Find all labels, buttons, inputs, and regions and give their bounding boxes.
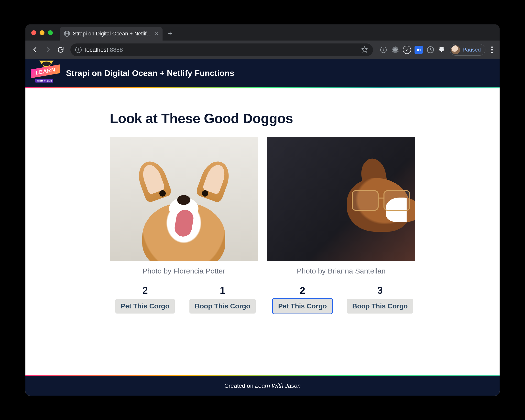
main-heading: Look at These Good Doggos [110, 110, 415, 126]
boop-button[interactable]: Boop This Corgo [189, 299, 256, 314]
card-actions: 2 Pet This Corgo 1 Boop This Corgo [110, 285, 258, 314]
tab-strip: Strapi on Digital Ocean + Netlif… × + [25, 24, 500, 41]
footer-link[interactable]: Learn With Jason [255, 382, 301, 389]
pet-button[interactable]: Pet This Corgo [115, 299, 175, 314]
globe-icon [64, 31, 70, 37]
main-content: Look at These Good Doggos Photo by Flore… [25, 88, 500, 375]
address-bar[interactable]: i localhost:8888 [70, 43, 373, 56]
bookmark-icon[interactable] [361, 46, 368, 54]
window-controls [31, 30, 53, 35]
reload-button[interactable] [55, 44, 66, 55]
doggo-card: Photo by Florencia Potter 2 Pet This Cor… [110, 137, 258, 314]
pet-count: 2 [300, 285, 305, 296]
card-grid: Photo by Florencia Potter 2 Pet This Cor… [110, 137, 415, 314]
close-tab-icon[interactable]: × [155, 30, 158, 37]
photo-credit: Photo by Brianna Santellan [267, 267, 415, 275]
boop-button[interactable]: Boop This Corgo [347, 299, 413, 314]
card-actions: 2 Pet This Corgo 3 Boop This Corgo [267, 285, 415, 314]
site-footer: Created on Learn With Jason [25, 375, 500, 396]
footer-prefix: Created on [224, 382, 255, 389]
photo-credit: Photo by Florencia Potter [110, 267, 258, 275]
extensions-icon[interactable] [438, 46, 446, 54]
doggo-photo [267, 137, 415, 261]
boop-action: 3 Boop This Corgo [345, 285, 415, 314]
info-ext-icon[interactable]: i [379, 46, 388, 54]
url-host: localhost [85, 46, 108, 53]
page: LEARN WITH JASON Strapi on Digital Ocean… [25, 59, 500, 396]
extension-icons: i ✓ Paused [379, 44, 495, 56]
boop-action: 1 Boop This Corgo [187, 285, 258, 314]
browser-toolbar: i localhost:8888 i ✓ [25, 41, 500, 59]
logo-subtext: WITH JASON [35, 79, 53, 83]
video-ext-icon[interactable] [415, 46, 423, 54]
browser-tab[interactable]: Strapi on Digital Ocean + Netlif… × [60, 27, 163, 41]
close-window-icon[interactable] [31, 30, 36, 35]
boop-count: 3 [377, 285, 383, 296]
logo-text: LEARN [36, 66, 55, 76]
forward-button[interactable] [43, 44, 53, 55]
doggo-photo [110, 137, 258, 261]
buffer-ext-icon[interactable] [391, 46, 399, 54]
site-header: LEARN WITH JASON Strapi on Digital Ocean… [25, 59, 500, 88]
page-title: Strapi on Digital Ocean + Netlify Functi… [66, 68, 234, 78]
browser-window: Strapi on Digital Ocean + Netlif… × + i … [25, 24, 500, 396]
pet-count: 2 [142, 285, 148, 296]
maximize-window-icon[interactable] [48, 30, 53, 35]
pet-action: 2 Pet This Corgo [267, 285, 338, 314]
url-text: localhost:8888 [85, 46, 123, 53]
back-button[interactable] [30, 44, 41, 55]
site-info-icon[interactable]: i [75, 47, 82, 53]
profile-status: Paused [462, 47, 481, 53]
clock-ext-icon[interactable] [426, 46, 435, 54]
avatar-icon [451, 45, 460, 54]
site-logo[interactable]: LEARN WITH JASON [32, 63, 59, 84]
minimize-window-icon[interactable] [40, 30, 44, 35]
tab-title: Strapi on Digital Ocean + Netlif… [73, 31, 152, 37]
boop-count: 1 [220, 285, 225, 296]
pet-button[interactable]: Pet This Corgo [273, 299, 332, 314]
check-ext-icon[interactable]: ✓ [403, 46, 411, 54]
doggo-card: Photo by Brianna Santellan 2 Pet This Co… [267, 137, 415, 314]
url-port: :8888 [108, 46, 123, 53]
browser-menu-button[interactable] [489, 46, 495, 53]
new-tab-button[interactable]: + [168, 29, 172, 38]
pet-action: 2 Pet This Corgo [110, 285, 180, 314]
profile-button[interactable]: Paused [450, 44, 485, 56]
